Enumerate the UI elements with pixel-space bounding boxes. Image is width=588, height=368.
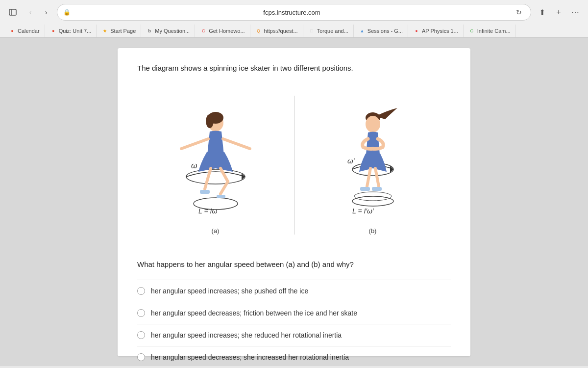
- reload-button[interactable]: ↻: [513, 6, 525, 18]
- tab-label-infinite: Infinite Cam...: [477, 28, 511, 34]
- tab-calendar[interactable]: ●Calendar: [4, 25, 45, 37]
- svg-text:L = Iω: L = Iω: [198, 207, 217, 215]
- tab-icon-torque: □: [308, 27, 315, 34]
- figure-a-label: (a): [212, 227, 220, 235]
- option-text-1: her angular speed increases; she pushed …: [151, 287, 308, 295]
- svg-text:ω′: ω′: [347, 157, 355, 165]
- option-item-4[interactable]: her angular speed decreases; she increas…: [137, 346, 451, 366]
- tab-quiz[interactable]: ●Quiz: Unit 7...: [45, 25, 97, 37]
- tab-gethomework[interactable]: CGet Homewo...: [195, 25, 250, 37]
- forward-button[interactable]: ›: [39, 5, 53, 19]
- svg-rect-25: [360, 187, 370, 191]
- figure-a: ω L = Iω (a): [172, 96, 260, 235]
- tab-https[interactable]: Qhttps://quest...: [250, 25, 303, 37]
- option-item-3[interactable]: her angular speed increases; she reduced…: [137, 324, 451, 346]
- svg-text:ω: ω: [191, 161, 197, 170]
- tab-label-https: https://quest...: [264, 28, 298, 34]
- svg-rect-14: [217, 195, 225, 198]
- radio-button-4[interactable]: [137, 353, 145, 361]
- tab-icon-infinite: C: [468, 27, 475, 34]
- option-text-4: her angular speed decreases; she increas…: [151, 353, 349, 361]
- tab-label-sessions: Sessions - G...: [368, 28, 403, 34]
- option-item-2[interactable]: her angular speed decreases; friction be…: [137, 302, 451, 324]
- tab-label-gethomework: Get Homewo...: [209, 28, 245, 34]
- tab-apphysics[interactable]: ●AP Physics 1...: [408, 25, 464, 37]
- tabs-bar: ●Calendar●Quiz: Unit 7...★Start PagebMy …: [0, 25, 588, 38]
- address-bar-container: 🔒 ↻: [57, 4, 531, 21]
- svg-point-17: [352, 196, 393, 206]
- svg-point-7: [206, 114, 214, 128]
- tab-label-quiz: Quiz: Unit 7...: [59, 28, 92, 34]
- option-text-3: her angular speed increases; she reduced…: [151, 331, 342, 339]
- skater-diagram: ω L = Iω (a): [137, 86, 451, 244]
- tab-label-myquestion: My Question...: [155, 28, 190, 34]
- tab-label-start: Start Page: [110, 28, 136, 34]
- svg-text:L = I′ω′: L = I′ω′: [352, 207, 374, 215]
- radio-button-3[interactable]: [137, 331, 145, 339]
- browser-chrome: ‹ › 🔒 ↻ ⬆ + ⋯ ●Calendar●Quiz: Unit 7...★…: [0, 0, 588, 38]
- tab-icon-quiz: ●: [50, 27, 57, 34]
- tab-icon-sessions: ▲: [359, 27, 366, 34]
- svg-rect-13: [200, 190, 210, 194]
- svg-line-8: [181, 139, 208, 149]
- svg-line-9: [223, 139, 250, 149]
- tab-torque[interactable]: □Torque and...: [303, 25, 354, 37]
- question-intro: The diagram shows a spinning ice skater …: [137, 63, 451, 74]
- tab-icon-gethomework: C: [200, 27, 207, 34]
- back-button[interactable]: ‹: [24, 5, 37, 19]
- tab-start[interactable]: ★Start Page: [97, 25, 141, 37]
- svg-line-23: [367, 168, 370, 186]
- figure-b-svg: ω′ L = I′ω′: [329, 96, 417, 223]
- new-tab-button[interactable]: +: [552, 5, 565, 19]
- tab-sessions[interactable]: ▲Sessions - G...: [354, 25, 408, 37]
- sidebar-toggle-button[interactable]: [6, 5, 20, 19]
- tab-icon-https: Q: [255, 27, 262, 34]
- main-question: What happens to her angular speed betwee…: [137, 259, 451, 270]
- toolbar-actions: ⬆ + ⋯: [535, 5, 582, 19]
- tab-label-torque: Torque and...: [317, 28, 348, 34]
- tab-label-apphysics: AP Physics 1...: [422, 28, 458, 34]
- option-item-1[interactable]: her angular speed increases; she pushed …: [137, 280, 451, 302]
- radio-button-2[interactable]: [137, 309, 145, 317]
- option-text-2: her angular speed decreases; friction be…: [151, 309, 357, 317]
- tab-icon-start: ★: [101, 27, 108, 34]
- more-button[interactable]: ⋯: [568, 5, 582, 19]
- tab-icon-myquestion: b: [146, 27, 153, 34]
- radio-button-1[interactable]: [137, 287, 145, 295]
- diagram-divider: [294, 96, 294, 235]
- svg-rect-0: [9, 9, 16, 15]
- share-button[interactable]: ⬆: [535, 5, 549, 19]
- tab-label-calendar: Calendar: [18, 28, 40, 34]
- browser-toolbar: ‹ › 🔒 ↻ ⬆ + ⋯: [0, 0, 588, 25]
- page-content: The diagram shows a spinning ice skater …: [0, 38, 588, 366]
- quiz-container: The diagram shows a spinning ice skater …: [118, 48, 470, 356]
- tab-infinite[interactable]: CInfinite Cam...: [464, 25, 516, 37]
- lock-icon: 🔒: [63, 9, 71, 16]
- svg-line-10: [205, 168, 211, 189]
- figure-b-label: (b): [369, 227, 377, 235]
- tab-icon-apphysics: ●: [413, 27, 420, 34]
- svg-point-22: [366, 116, 380, 132]
- tab-icon-calendar: ●: [9, 27, 16, 34]
- svg-rect-26: [372, 187, 382, 191]
- tab-myquestion[interactable]: bMy Question...: [141, 25, 195, 37]
- address-bar[interactable]: [74, 9, 510, 16]
- options-list: her angular speed increases; she pushed …: [137, 280, 451, 366]
- figure-b: ω′ L = I′ω′ (b): [329, 96, 417, 235]
- svg-line-24: [375, 168, 379, 186]
- figure-a-svg: ω L = Iω: [172, 96, 260, 223]
- nav-buttons: ‹ ›: [24, 5, 53, 19]
